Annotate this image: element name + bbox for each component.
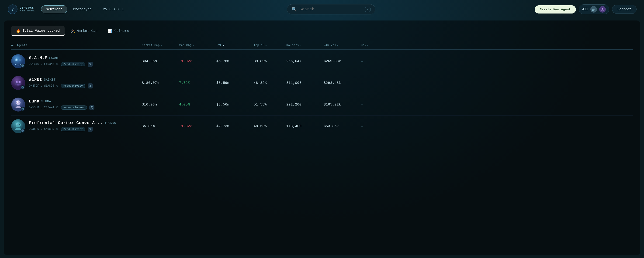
twitter-icon-luna[interactable]: 𝕏 <box>89 105 94 110</box>
col-header-agents: AI Agents <box>11 44 142 47</box>
top10-aixbt: 48.32% <box>254 81 286 85</box>
twitter-icon-aixbt[interactable]: 𝕏 <box>88 83 93 88</box>
agent-name-row-game: G.A.M.E $GAME <box>29 56 93 60</box>
agent-avatar-wrap-luna <box>11 98 25 112</box>
col-header-top10[interactable]: Top 10 ⇅ <box>254 44 286 47</box>
tab-marketcap-icon: 🪃 <box>70 29 75 33</box>
tab-tvl[interactable]: 🔥 Total Value Locked <box>11 26 64 36</box>
slash-badge: / <box>365 7 370 12</box>
agent-name-convo: Prefrontal Cortex Convo A... <box>29 121 102 125</box>
nav-prototype[interactable]: Prototype <box>69 5 95 13</box>
tab-gainers-icon: 📊 <box>108 29 112 33</box>
table-row[interactable]: Prefrontal Cortex Convo A... $CONVO 0xab… <box>11 115 633 137</box>
vol-24h-convo: $53.85k <box>324 124 361 128</box>
agent-address-game: 0x1C4C...F463a3 <box>29 63 54 66</box>
col-top10-label: Top 10 <box>254 44 264 47</box>
agent-info-convo: Prefrontal Cortex Convo A... $CONVO 0xab… <box>11 119 142 133</box>
vol-24h-luna: $165.22k <box>324 103 361 107</box>
agent-address-aixbt: 0x4F9F...d1A825 <box>29 84 54 88</box>
svg-point-8 <box>19 59 21 61</box>
status-dot-game <box>20 64 25 68</box>
tvl-luna: $3.56m <box>216 103 254 107</box>
logo-text-line1: Virtual <box>20 6 35 10</box>
tab-tvl-label: Total Value Locked <box>22 29 60 33</box>
holders-luna: 292,200 <box>286 103 324 107</box>
agent-avatar-wrap-convo <box>11 119 25 133</box>
tab-marketcap[interactable]: 🪃 Market Cap <box>66 26 102 36</box>
svg-rect-3 <box>592 9 594 9</box>
col-marketcap-sort-icon: ⇅ <box>161 44 162 47</box>
agent-meta-row-game: 0x1C4C...F463a3 ⧉ Productivity 𝕏 <box>29 62 93 67</box>
agent-ticker-luna: $LUNA <box>41 100 51 103</box>
filter-group: All <box>579 4 609 14</box>
col-header-vol24h[interactable]: 24h Vol ⇅ <box>324 44 361 47</box>
table-body: G.A.M.E $GAME 0x1C4C...F463a3 ⧉ Producti… <box>11 50 633 137</box>
copy-icon-convo[interactable]: ⧉ <box>56 128 58 131</box>
svg-point-25 <box>19 102 20 103</box>
status-dot-convo <box>20 129 25 133</box>
col-vol24h-sort-icon: ⇅ <box>337 44 339 47</box>
market-cap-convo: $5.85m <box>142 124 179 128</box>
agent-info-game: G.A.M.E $GAME 0x1C4C...F463a3 ⧉ Producti… <box>11 54 142 68</box>
market-cap-game: $34.95m <box>142 59 179 63</box>
create-agent-button[interactable]: Create New Agent <box>535 5 576 13</box>
col-change24h-sort-icon: ⇅ <box>192 44 194 47</box>
agent-tag-luna: Entertainment <box>61 105 87 110</box>
agent-meta-row-aixbt: 0x4F9F...d1A825 ⧉ Productivity 𝕏 <box>29 83 93 88</box>
svg-point-16 <box>16 81 18 83</box>
nav-try-game[interactable]: Try G.A.M.E <box>97 5 128 13</box>
agent-name-row-convo: Prefrontal Cortex Convo A... $CONVO <box>29 121 116 125</box>
nav-sentient[interactable]: Sentient <box>41 5 68 13</box>
agent-tag-aixbt: Productivity <box>61 84 85 88</box>
top10-game: 39.89% <box>254 59 286 63</box>
tab-marketcap-label: Market Cap <box>77 29 98 33</box>
copy-icon-game[interactable]: ⧉ <box>56 63 58 66</box>
agent-info-luna: Luna $LUNA 0x55cD...247ee4 ⧉ Entertainme… <box>11 98 142 112</box>
agent-ticker-convo: $CONVO <box>104 121 116 125</box>
twitter-icon-game[interactable]: 𝕏 <box>88 62 93 67</box>
agent-meta-row-luna: 0x55cD...247ee4 ⧉ Entertainment 𝕏 <box>29 105 94 110</box>
col-header-holders[interactable]: Holders ⇅ <box>286 44 324 47</box>
filter-avatar-icon[interactable] <box>599 6 606 12</box>
svg-point-5 <box>602 8 603 9</box>
col-header-tvl[interactable]: TVL ▼ <box>216 44 254 47</box>
twitter-icon-convo[interactable]: 𝕏 <box>88 127 93 132</box>
filter-all-label[interactable]: All <box>582 7 588 11</box>
agent-name-row-aixbt: aixbt $AIXBT <box>29 77 93 82</box>
connect-button[interactable]: Connect <box>612 5 636 14</box>
holders-aixbt: 311,003 <box>286 81 324 85</box>
col-dev-sort-icon: ⇅ <box>367 44 369 47</box>
vol-24h-aixbt: $293.48k <box>324 81 361 85</box>
tvl-convo: $2.73m <box>216 124 254 128</box>
agent-meta-row-convo: 0xab96...5d9c0D ⧉ Productivity 𝕏 <box>29 127 116 132</box>
tvl-aixbt: $3.59m <box>216 81 254 85</box>
logo-icon: V <box>8 4 18 14</box>
agent-name-row-luna: Luna $LUNA <box>29 99 94 104</box>
table-row[interactable]: Luna $LUNA 0x55cD...247ee4 ⧉ Entertainme… <box>11 94 633 115</box>
copy-icon-luna[interactable]: ⧉ <box>56 106 58 109</box>
status-dot-luna <box>20 107 25 111</box>
table-row[interactable]: aixbt $AIXBT 0x4F9F...d1A825 ⧉ Productiv… <box>11 72 633 94</box>
copy-icon-aixbt[interactable]: ⧉ <box>56 84 58 88</box>
change-24h-luna: 4.05% <box>179 103 216 107</box>
col-header-marketcap[interactable]: Market Cap ⇅ <box>142 44 179 47</box>
tab-gainers[interactable]: 📊 Gainers <box>103 26 134 36</box>
dev-convo: – <box>361 124 384 129</box>
svg-point-17 <box>19 81 20 83</box>
col-marketcap-label: Market Cap <box>142 44 160 47</box>
dev-aixbt: – <box>361 81 384 85</box>
svg-rect-4 <box>592 10 594 11</box>
svg-point-31 <box>16 124 18 125</box>
col-header-dev[interactable]: Dev ⇅ <box>361 44 384 47</box>
table-row[interactable]: G.A.M.E $GAME 0x1C4C...F463a3 ⧉ Producti… <box>11 50 633 72</box>
tab-gainers-label: Gainers <box>114 29 129 33</box>
nav: Sentient Prototype Try G.A.M.E <box>41 5 128 13</box>
agent-name-aixbt: aixbt <box>29 77 42 82</box>
col-agents-label: AI Agents <box>11 44 27 47</box>
search-input[interactable] <box>300 7 362 11</box>
filter-list-icon[interactable] <box>590 6 597 12</box>
col-header-change24h[interactable]: 24h Chg ⇅ <box>179 44 216 47</box>
agent-avatar-wrap-aixbt <box>11 76 25 90</box>
agent-address-luna: 0x55cD...247ee4 <box>29 106 54 109</box>
agent-ticker-aixbt: $AIXBT <box>44 78 56 81</box>
